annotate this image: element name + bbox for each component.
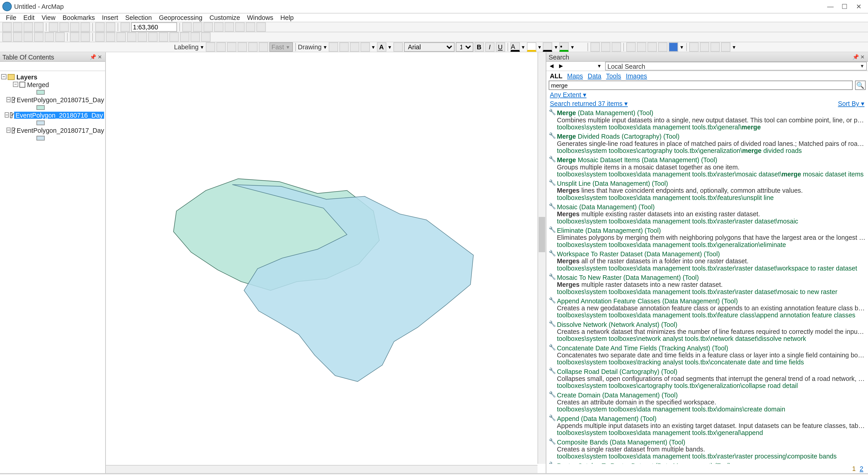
search-tab-maps[interactable]: Maps	[567, 72, 583, 80]
catalog-button[interactable]	[204, 22, 213, 32]
search-result-1[interactable]: Merge Divided Roads (Cartography) (Tool)…	[549, 132, 866, 156]
layer-checkbox[interactable]	[11, 127, 15, 133]
search-result-10[interactable]: Concatenate Date And Time Fields (Tracki…	[549, 344, 866, 367]
copy-button[interactable]	[59, 22, 69, 32]
options-button[interactable]	[39, 62, 47, 70]
tool-button[interactable]	[256, 22, 266, 32]
editor-button-2[interactable]	[601, 42, 611, 52]
result-title[interactable]: Dissolve Network (Network Analyst)	[557, 321, 659, 328]
html-popup-button[interactable]	[148, 32, 158, 42]
go-to-xy-button[interactable]	[191, 32, 200, 42]
map-scrollbar-vertical[interactable]	[537, 52, 546, 464]
underline-button[interactable]: U	[495, 42, 505, 52]
select-features-button[interactable]	[95, 32, 105, 42]
search-result-11[interactable]: Collapse Road Detail (Cartography) (Tool…	[549, 367, 866, 391]
menu-insert[interactable]: Insert	[98, 14, 122, 21]
editor-button-8[interactable]	[669, 42, 678, 52]
list-by-drawing-button[interactable]	[1, 62, 9, 70]
toc-close-button[interactable]: ✕	[97, 54, 103, 60]
line-color-button[interactable]	[543, 42, 553, 52]
result-title[interactable]: Append (Data Management)	[557, 415, 639, 422]
editor-button-5[interactable]	[637, 42, 647, 52]
toc-pin-button[interactable]: 📌	[90, 54, 96, 60]
label-manager-button[interactable]	[206, 42, 215, 52]
result-title[interactable]: Merge (Data Management)	[557, 109, 636, 116]
rotate-button[interactable]	[339, 42, 349, 52]
font-combo[interactable]: Arial	[404, 42, 454, 52]
result-title[interactable]: Raster Catalog To Raster Dataset (Data M…	[557, 462, 713, 464]
pause-draw-button[interactable]	[132, 466, 139, 473]
editor-button-10[interactable]	[700, 42, 710, 52]
modelbuilder-button[interactable]	[246, 22, 255, 32]
save-button[interactable]	[24, 22, 33, 32]
sort-by-link[interactable]: Sort By ▾	[838, 100, 864, 108]
search-tab-images[interactable]: Images	[626, 72, 647, 80]
result-path[interactable]: toolboxes\system toolboxes\data manageme…	[557, 288, 866, 295]
zoom-draw-button[interactable]	[350, 42, 359, 52]
fixed-zoom-in-button[interactable]	[45, 32, 54, 42]
rectangle-draw-button[interactable]	[360, 42, 370, 52]
search-result-13[interactable]: Append (Data Management) (Tool)Appends m…	[549, 414, 866, 438]
expand-icon[interactable]: −	[13, 82, 18, 87]
expand-icon[interactable]: −	[5, 112, 8, 117]
result-title[interactable]: Composite Bands (Data Management)	[557, 439, 667, 446]
menu-windows[interactable]: Windows	[243, 14, 277, 21]
result-path[interactable]: toolboxes\system toolboxes\data manageme…	[557, 241, 866, 248]
result-title[interactable]: Merge Mosaic Dataset Items (Data Managem…	[557, 156, 700, 163]
menu-edit[interactable]: Edit	[20, 14, 38, 21]
search-close-button[interactable]: ✕	[860, 54, 866, 60]
search-input[interactable]	[549, 81, 852, 90]
marker-color-button[interactable]: •	[559, 42, 569, 52]
menu-geoprocessing[interactable]: Geoprocessing	[155, 14, 206, 21]
clear-selection-button[interactable]	[106, 32, 115, 42]
fixed-zoom-out-button[interactable]	[55, 32, 65, 42]
result-path[interactable]: toolboxes\system toolboxes\data manageme…	[557, 429, 866, 436]
result-title[interactable]: Unsplit Line (Data Management)	[557, 180, 650, 187]
result-path[interactable]: toolboxes\system toolboxes\network analy…	[557, 335, 866, 342]
new-doc-button[interactable]	[2, 22, 12, 32]
toc-layer-2[interactable]: −EventPolygon_20180716_Day	[1, 111, 104, 119]
result-path[interactable]: toolboxes\system toolboxes\tracking anal…	[557, 358, 866, 365]
editor-button-12[interactable]	[721, 42, 731, 52]
search-result-2[interactable]: Merge Mosaic Dataset Items (Data Managem…	[549, 156, 866, 179]
search-tab-tools[interactable]: Tools	[606, 72, 621, 80]
list-by-visibility-button[interactable]	[20, 62, 28, 70]
result-path[interactable]: toolboxes\system toolboxes\cartography t…	[557, 147, 866, 154]
pause-labels-button[interactable]	[248, 42, 257, 52]
list-by-selection-button[interactable]	[29, 62, 37, 70]
result-path[interactable]: toolboxes\system toolboxes\data manageme…	[557, 406, 866, 413]
add-data-button[interactable]	[121, 22, 130, 32]
expand-icon[interactable]: −	[6, 97, 10, 102]
result-path[interactable]: toolboxes\system toolboxes\cartography t…	[557, 382, 866, 389]
result-title[interactable]: Workspace To Raster Dataset (Data Manage…	[557, 250, 702, 258]
print-button[interactable]	[34, 22, 43, 32]
italic-button[interactable]: I	[485, 42, 494, 52]
forward-extent-button[interactable]	[81, 32, 90, 42]
label-priority-button[interactable]	[216, 42, 225, 52]
menu-view[interactable]: View	[38, 14, 59, 21]
label-weight-button[interactable]	[227, 42, 236, 52]
search-go-button[interactable]: 🔍	[855, 81, 866, 90]
search-pin-button[interactable]: 📌	[852, 54, 859, 60]
text-button[interactable]: A	[377, 42, 386, 52]
search-result-15[interactable]: Raster Catalog To Raster Dataset (Data M…	[549, 462, 866, 464]
lock-labels-button[interactable]	[237, 42, 247, 52]
layer-checkbox[interactable]	[11, 97, 15, 103]
pan-button[interactable]	[24, 32, 33, 42]
layer-checkbox[interactable]	[20, 82, 25, 87]
full-extent-button[interactable]	[34, 32, 43, 42]
refresh-view-button[interactable]	[123, 466, 130, 473]
result-path[interactable]: toolboxes\system toolboxes\data manageme…	[557, 194, 866, 201]
list-by-source-button[interactable]	[11, 62, 19, 70]
search-result-7[interactable]: Mosaic To New Raster (Data Management) (…	[549, 273, 866, 297]
menu-customize[interactable]: Customize	[206, 14, 243, 21]
search-back-button[interactable]: ◄	[548, 62, 556, 70]
search-tab-data[interactable]: Data	[588, 72, 601, 80]
search-result-14[interactable]: Composite Bands (Data Management) (Tool)…	[549, 438, 866, 462]
edit-vertices-button[interactable]	[393, 42, 403, 52]
layer-checkbox[interactable]	[10, 112, 13, 118]
select-elements-button[interactable]	[116, 32, 126, 42]
search-result-0[interactable]: Merge (Data Management) (Tool)Combines m…	[549, 109, 866, 132]
editor-button-4[interactable]	[627, 42, 636, 52]
label-speed-combo[interactable]: Fast▼	[269, 42, 292, 52]
